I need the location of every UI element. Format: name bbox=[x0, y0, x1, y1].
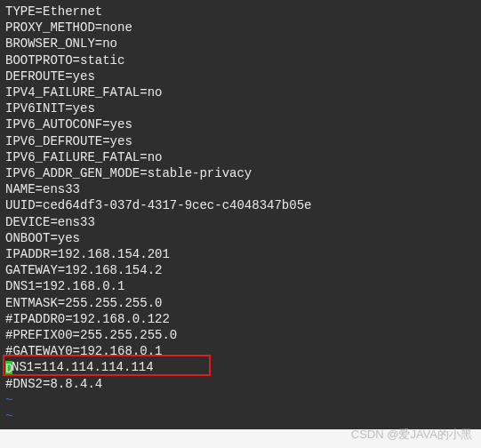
cfg-line: IPV6INIT=yes bbox=[5, 100, 476, 116]
cfg-line: NAME=ens33 bbox=[5, 181, 476, 197]
cfg-line: ONBOOT=yes bbox=[5, 230, 476, 246]
cfg-line: BROWSER_ONLY=no bbox=[5, 36, 476, 52]
cfg-line: IPV6_ADDR_GEN_MODE=stable-privacy bbox=[5, 165, 476, 181]
cfg-line: TYPE=Ethernet bbox=[5, 4, 476, 20]
cfg-line: IPADDR=192.168.154.201 bbox=[5, 246, 476, 262]
cfg-line: GATEWAY=192.168.154.2 bbox=[5, 262, 476, 278]
cfg-line: IPV4_FAILURE_FATAL=no bbox=[5, 84, 476, 100]
cfg-line: #PREFIX00=255.255.255.0 bbox=[5, 327, 476, 343]
cfg-line: PROXY_METHOD=none bbox=[5, 20, 476, 36]
config-terminal[interactable]: TYPE=Ethernet PROXY_METHOD=none BROWSER_… bbox=[0, 0, 481, 429]
vim-tilde: ~ bbox=[5, 392, 476, 408]
cfg-line: UUID=ced64df3-037d-4317-9cec-c4048347b05… bbox=[5, 197, 476, 213]
cfg-line: DNS1=192.168.0.1 bbox=[5, 278, 476, 294]
cfg-line: DEVICE=ens33 bbox=[5, 214, 476, 230]
watermark: CSDN @爱JAVA的小黑 bbox=[351, 427, 472, 443]
cfg-line: #DNS2=8.8.4.4 bbox=[5, 376, 476, 392]
cfg-line: #IPADDR0=192.168.0.122 bbox=[5, 311, 476, 327]
vim-tilde: ~ bbox=[5, 408, 476, 424]
cfg-line: IPV6_DEFROUTE=yes bbox=[5, 133, 476, 149]
highlight-box bbox=[3, 355, 211, 376]
cfg-line: IPV6_FAILURE_FATAL=no bbox=[5, 149, 476, 165]
cfg-line: ENTMASK=255.255.255.0 bbox=[5, 295, 476, 311]
cfg-line: IPV6_AUTOCONF=yes bbox=[5, 116, 476, 132]
cfg-line: DEFROUTE=yes bbox=[5, 68, 476, 84]
cfg-line: BOOTPROTO=static bbox=[5, 52, 476, 68]
